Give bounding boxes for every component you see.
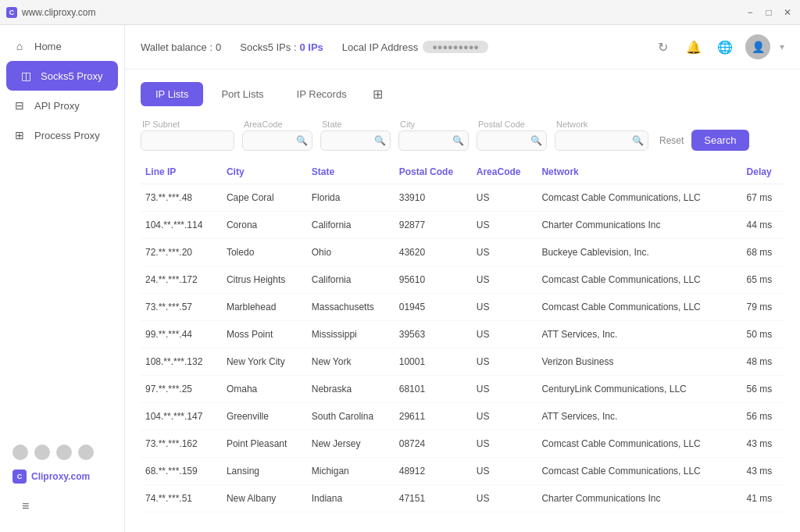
network-input[interactable] bbox=[555, 130, 648, 151]
email-icon[interactable] bbox=[12, 445, 28, 460]
titlebar-controls: − □ ✕ bbox=[744, 6, 794, 19]
chat-icon[interactable] bbox=[34, 445, 50, 460]
brand-icon: C bbox=[12, 470, 27, 484]
cell-state: Indiana bbox=[307, 485, 395, 512]
cell-state: Michigan bbox=[307, 458, 395, 485]
ip-subnet-input[interactable] bbox=[141, 130, 234, 151]
sidebar-item-label: API Proxy bbox=[34, 100, 80, 112]
bell-icon[interactable]: 🔔 bbox=[683, 36, 705, 58]
sidebar-item-api[interactable]: ⊟ API Proxy bbox=[0, 91, 124, 120]
cell-delay: 56 ms bbox=[742, 512, 784, 520]
state-input-wrap: 🔍 bbox=[320, 130, 391, 151]
cell-state: Florida bbox=[307, 184, 395, 212]
tabs: IP Lists Port Lists IP Records ⊞ bbox=[141, 82, 784, 106]
hamburger-menu[interactable]: ≡ bbox=[9, 493, 115, 520]
cell-network: CenturyLink Communications, LLC bbox=[537, 376, 741, 403]
table-settings-icon[interactable]: ⊞ bbox=[365, 82, 391, 106]
local-ip-value: ●●●●●●●●● bbox=[423, 41, 488, 53]
table-row[interactable]: 73.**.***.162 Point Pleasant New Jersey … bbox=[141, 430, 784, 458]
table-row[interactable]: 25.**.***.104 Largo Florida 33770 US Cha… bbox=[141, 512, 784, 520]
cell-ip: 108.**.***.132 bbox=[141, 348, 222, 376]
table-row[interactable]: 108.**.***.132 New York City New York 10… bbox=[141, 348, 784, 376]
col-network: Network bbox=[537, 160, 741, 184]
tab-ip-records[interactable]: IP Records bbox=[282, 82, 362, 106]
cell-area: US bbox=[472, 212, 538, 239]
user-avatar[interactable]: 👤 bbox=[745, 34, 770, 59]
state-input[interactable] bbox=[320, 130, 391, 151]
close-button[interactable]: ✕ bbox=[781, 6, 794, 19]
wallet-label: Wallet balance : bbox=[141, 41, 212, 53]
filter-row: IP Subnet AreaCode 🔍 State bbox=[141, 119, 784, 151]
table-row[interactable]: 73.**.***.48 Cape Coral Florida 33910 US… bbox=[141, 184, 784, 212]
reset-label[interactable]: Reset bbox=[656, 130, 687, 151]
cell-city: Point Pleasant bbox=[222, 430, 307, 458]
table-row[interactable]: 68.**.***.159 Lansing Michigan 48912 US … bbox=[141, 458, 784, 485]
sidebar-item-process[interactable]: ⊞ Process Proxy bbox=[0, 120, 124, 150]
cell-city: Greenville bbox=[222, 403, 307, 430]
globe-icon[interactable]: 🌐 bbox=[714, 36, 736, 58]
cell-city: Toledo bbox=[222, 239, 307, 266]
table-row[interactable]: 74.**.***.51 New Albany Indiana 47151 US… bbox=[141, 485, 784, 512]
maximize-button[interactable]: □ bbox=[762, 6, 775, 19]
cell-network: Charter Communications Inc bbox=[537, 212, 741, 239]
header-right: ↻ 🔔 🌐 👤 ▾ bbox=[652, 34, 784, 59]
cell-city: Moss Point bbox=[222, 321, 307, 348]
table-header-row: Line IP City State Postal Code AreaCode … bbox=[141, 160, 784, 184]
area-code-input[interactable] bbox=[242, 130, 312, 151]
table-row[interactable]: 104.**.***.147 Greenville South Carolina… bbox=[141, 403, 784, 430]
table-row[interactable]: 72.**.***.20 Toledo Ohio 43620 US Buckey… bbox=[141, 239, 784, 266]
cell-city: Omaha bbox=[222, 376, 307, 403]
minimize-button[interactable]: − bbox=[744, 6, 756, 19]
tab-label: IP Lists bbox=[155, 88, 188, 100]
cell-ip: 68.**.***.159 bbox=[141, 458, 222, 485]
cell-postal: 29611 bbox=[395, 403, 472, 430]
cell-area: US bbox=[472, 266, 538, 294]
area-code-input-wrap: 🔍 bbox=[242, 130, 312, 151]
account-dropdown-arrow[interactable]: ▾ bbox=[780, 41, 784, 52]
table-row[interactable]: 24.**.***.172 Citrus Heights California … bbox=[141, 266, 784, 294]
cell-delay: 50 ms bbox=[742, 321, 784, 348]
cell-state: Mississippi bbox=[307, 321, 395, 348]
sidebar-item-socks5[interactable]: ◫ Socks5 Proxy bbox=[6, 61, 118, 91]
table-row[interactable]: 73.**.***.57 Marblehead Massachusetts 01… bbox=[141, 294, 784, 321]
col-postal: Postal Code bbox=[395, 160, 472, 184]
ip-table: Line IP City State Postal Code AreaCode … bbox=[141, 160, 784, 520]
cell-area: US bbox=[472, 485, 538, 512]
table-row[interactable]: 104.**.***.114 Corona California 92877 U… bbox=[141, 212, 784, 239]
cell-postal: 39563 bbox=[395, 321, 472, 348]
home-icon: ⌂ bbox=[12, 39, 27, 53]
sidebar-item-home[interactable]: ⌂ Home bbox=[0, 31, 124, 61]
table-row[interactable]: 97.**.***.25 Omaha Nebraska 68101 US Cen… bbox=[141, 376, 784, 403]
search-button[interactable]: Search bbox=[691, 130, 748, 151]
titlebar: C www.cliproxy.com − □ ✕ bbox=[0, 0, 800, 25]
tab-port-lists[interactable]: Port Lists bbox=[206, 82, 278, 106]
city-label: City bbox=[398, 120, 469, 129]
city-input[interactable] bbox=[398, 130, 469, 151]
city-input-wrap: 🔍 bbox=[398, 130, 469, 151]
postal-input[interactable] bbox=[477, 130, 547, 151]
cell-state: California bbox=[307, 212, 395, 239]
filter-ip-subnet: IP Subnet bbox=[141, 120, 234, 151]
cell-network: ATT Services, Inc. bbox=[537, 403, 741, 430]
table-row[interactable]: 99.**.***.44 Moss Point Mississippi 3956… bbox=[141, 321, 784, 348]
filter-network: Network 🔍 bbox=[555, 120, 648, 151]
telegram-icon[interactable] bbox=[56, 445, 72, 460]
notification-refresh-icon[interactable]: ↻ bbox=[652, 36, 673, 58]
cell-state: California bbox=[307, 266, 395, 294]
cell-area: US bbox=[472, 348, 538, 376]
network-input-wrap: 🔍 bbox=[555, 130, 648, 151]
filter-area-code: AreaCode 🔍 bbox=[242, 120, 312, 151]
tab-ip-lists[interactable]: IP Lists bbox=[141, 82, 203, 106]
discord-icon[interactable] bbox=[78, 445, 94, 460]
cell-ip: 73.**.***.57 bbox=[141, 294, 222, 321]
cell-city: New York City bbox=[222, 348, 307, 376]
cell-postal: 92877 bbox=[395, 212, 472, 239]
cell-state: South Carolina bbox=[307, 403, 395, 430]
area-code-label: AreaCode bbox=[242, 120, 312, 129]
cell-city: Lansing bbox=[222, 458, 307, 485]
cell-ip: 74.**.***.51 bbox=[141, 485, 222, 512]
cell-ip: 72.**.***.20 bbox=[141, 239, 222, 266]
table-wrap: Line IP City State Postal Code AreaCode … bbox=[141, 160, 784, 520]
cell-network: Charter Communications Inc bbox=[537, 485, 741, 512]
ip-subnet-label: IP Subnet bbox=[141, 120, 234, 129]
